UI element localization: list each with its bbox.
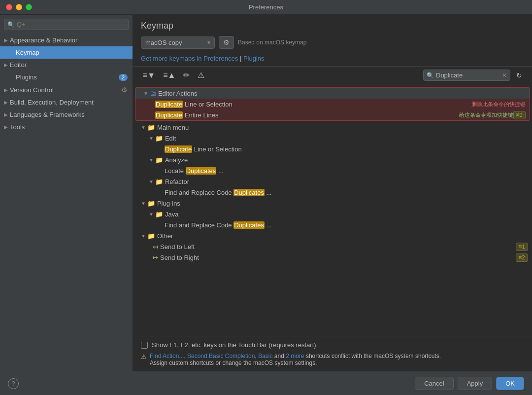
close-button[interactable] (6, 4, 12, 10)
keymap-controls: macOS copy ▼ ⚙ Based on macOS keymap (141, 36, 524, 49)
chevron-down-icon[interactable]: ▼ (141, 125, 146, 130)
sidebar-search-input[interactable] (17, 21, 125, 28)
warning-icon: ⚠ (141, 353, 147, 360)
maximize-button[interactable] (26, 4, 32, 10)
tree-row-other[interactable]: ▼ 📁 Other (133, 230, 532, 241)
plugins-link[interactable]: Plugins (243, 55, 265, 62)
help-button[interactable]: ? (8, 378, 19, 389)
sidebar-item-version-control[interactable]: ▶ Version Control ⚙ (0, 83, 133, 96)
footer-buttons: Cancel Apply OK (415, 377, 524, 390)
tree-label-refactor: Refactor (165, 178, 528, 185)
warning-link-2-more[interactable]: 2 more (286, 353, 304, 359)
chevron-down-icon[interactable]: ▼ (149, 212, 154, 217)
separator: | (240, 55, 243, 62)
tree-row-duplicate-line-2[interactable]: Duplicate Line or Selection (133, 144, 532, 154)
warning-link-second-basic[interactable]: Second Basic Completion (187, 353, 255, 359)
tree-row-plug-ins[interactable]: ▼ 📁 Plug-ins (133, 198, 532, 209)
folder-icon: 📁 (155, 135, 163, 142)
highlight-duplicate: Duplicate (155, 101, 183, 108)
tree-label-locate-duplicates: Locate Duplicates ... (165, 167, 528, 175)
sidebar-item-label: Version Control (10, 86, 54, 94)
sidebar-item-appearance[interactable]: ▶ Appearance & Behavior (0, 34, 133, 46)
bottom-bar: Show F1, F2, etc. keys on the Touch Bar … (133, 336, 532, 371)
chevron-down-icon[interactable]: ▼ (149, 157, 154, 163)
tree-row-refactor[interactable]: ▼ 📁 Refactor (133, 176, 532, 187)
sidebar-item-languages[interactable]: ▶ Languages & Frameworks (0, 108, 133, 121)
title-bar: Preferences (0, 0, 532, 15)
vcs-icon: ⚙ (121, 86, 128, 94)
tree-row-main-menu[interactable]: ▼ 📁 Main menu (133, 122, 532, 133)
tree-label-duplicate-line-2: Duplicate Line or Selection (165, 145, 528, 153)
tree-row-find-replace-java[interactable]: Find and Replace Code Duplicates ... (133, 219, 532, 230)
label-pre: Find and Replace Code (165, 221, 233, 229)
sidebar-item-label: Editor (10, 61, 27, 69)
tree-label-duplicate-line: Duplicate Line or Selection (155, 101, 462, 108)
warning-link-find-action[interactable]: Find Action... (150, 353, 184, 359)
tree-label-plug-ins: Plug-ins (157, 200, 528, 207)
label-pre: Find and Replace Code (165, 189, 233, 196)
tree-label-editor-actions: Editor Actions (158, 90, 526, 97)
search-icon: 🔍 (7, 21, 15, 28)
chevron-right-icon: ▶ (4, 124, 8, 130)
sidebar-search-box[interactable]: 🔍 (4, 19, 129, 30)
label-rest: Entire Lines (185, 111, 219, 119)
sidebar-item-editor[interactable]: ▶ Editor (0, 59, 133, 71)
chevron-down-icon[interactable]: ▼ (143, 91, 148, 96)
edit-button[interactable]: ✏ (181, 70, 192, 81)
chevron-down-icon[interactable]: ▼ (141, 233, 146, 239)
chevron-down-icon[interactable]: ▼ (141, 201, 146, 206)
tree-row-locate-duplicates[interactable]: Locate Duplicates ... (133, 165, 532, 176)
warning-text: Find Action..., Second Basic Completion,… (150, 353, 441, 366)
warning-text-2: Assign custom shortcuts or change the ma… (150, 359, 317, 366)
shortcut-badge-cmd-2: ⌘2 (516, 253, 528, 262)
filter-conflicts-button[interactable]: ⚠ (196, 70, 206, 81)
get-more-keymaps-link[interactable]: Get more keymaps in Preferences (141, 55, 238, 62)
sidebar-item-label: Build, Execution, Deployment (10, 99, 94, 106)
highlight-duplicate: Duplicate (155, 111, 183, 119)
warning-link-basic[interactable]: Basic (258, 353, 272, 359)
keymap-preset-wrapper: macOS copy ▼ (141, 36, 215, 49)
cancel-button[interactable]: Cancel (415, 377, 453, 390)
chevron-down-icon[interactable]: ▼ (149, 179, 154, 184)
tree-row-analyze[interactable]: ▼ 📁 Analyze (133, 154, 532, 165)
tree-row-edit[interactable]: ▼ 📁 Edit (133, 133, 532, 144)
keymap-title: Keymap (141, 21, 524, 31)
tree-row-editor-actions[interactable]: ▼ 🗂 Editor Actions (135, 88, 530, 99)
traffic-lights (6, 4, 32, 10)
folder-icon: 📁 (155, 178, 163, 185)
apply-button[interactable]: Apply (458, 377, 493, 390)
tree-label-find-replace-java: Find and Replace Code Duplicates ... (165, 221, 528, 229)
label-rest: Line or Selection (194, 145, 242, 153)
send-right-icon: ↦ (153, 254, 158, 261)
tree-row-java[interactable]: ▼ 📁 Java (133, 209, 532, 219)
sidebar-item-build[interactable]: ▶ Build, Execution, Deployment (0, 96, 133, 108)
sidebar-item-keymap[interactable]: Keymap (0, 46, 133, 59)
sidebar-item-tools[interactable]: ▶ Tools (0, 121, 133, 133)
keymap-search-input[interactable] (436, 72, 500, 79)
keymap-gear-button[interactable]: ⚙ (219, 36, 234, 49)
chevron-down-icon[interactable]: ▼ (149, 136, 154, 141)
ok-button[interactable]: OK (496, 377, 524, 390)
minimize-button[interactable] (16, 4, 22, 10)
highlight-duplicate: Duplicate (165, 145, 192, 153)
search-options-button[interactable]: ↻ (514, 71, 524, 80)
touch-bar-checkbox[interactable] (141, 342, 148, 349)
keymap-preset-select[interactable]: macOS copy (141, 36, 215, 49)
search-clear-icon[interactable]: ✕ (502, 72, 507, 79)
keymap-toolbar: ≡▼ ≡▲ ✏ ⚠ 🔍 ✕ ↻ (133, 67, 532, 84)
get-more-bar: Get more keymaps in Preferences | Plugin… (133, 53, 532, 67)
expand-all-button[interactable]: ≡▼ (141, 70, 157, 81)
folder-icon: 📁 (147, 232, 155, 240)
tree-label-other: Other (157, 232, 528, 240)
sidebar-item-plugins[interactable]: Plugins 2 (0, 71, 133, 83)
tree-row-send-left[interactable]: ↤ Send to Left ⌘1 (133, 241, 532, 252)
tree-row-find-replace-refactor[interactable]: Find and Replace Code Duplicates ... (133, 187, 532, 198)
folder-icon: 📁 (155, 156, 163, 164)
tree-row-send-right[interactable]: ↦ Send to Right ⌘2 (133, 252, 532, 263)
tree-row-duplicate-line[interactable]: Duplicate Line or Selection 删除此条命令的快捷键 (135, 99, 530, 109)
collapse-all-button[interactable]: ≡▲ (161, 70, 177, 81)
tree-row-duplicate-entire[interactable]: Duplicate Entire Lines 给这条命令添加快捷键 ⌘D (135, 109, 530, 120)
label-post: ... (266, 221, 272, 229)
search-icon: 🔍 (427, 72, 434, 79)
send-left-icon: ↤ (153, 243, 158, 251)
